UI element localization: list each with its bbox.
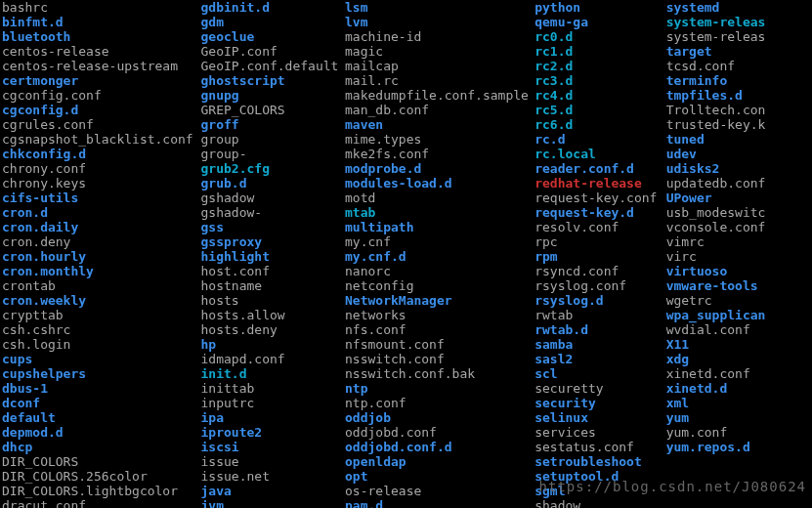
file-entry: nanorc xyxy=(345,264,534,278)
file-entry: hosts xyxy=(201,293,346,308)
file-entry: jvm xyxy=(201,498,346,508)
file-entry: rc.local xyxy=(534,147,665,161)
file-entry: netconfig xyxy=(345,278,534,293)
file-entry: opt xyxy=(345,469,534,484)
file-entry: updatedb.conf xyxy=(666,176,812,190)
file-entry: python xyxy=(534,0,665,15)
file-entry: GREP_COLORS xyxy=(201,103,346,117)
file-entry: DIR_COLORS.256color xyxy=(2,469,201,484)
file-entry: nfsmount.conf xyxy=(345,337,534,352)
file-entry: cgrules.conf xyxy=(2,117,201,132)
file-entry: scl xyxy=(534,366,665,381)
file-entry: X11 xyxy=(666,337,812,352)
file-entry: ntp.conf xyxy=(345,396,534,410)
file-entry: nfs.conf xyxy=(345,322,534,337)
column-1: gdbinit.dgdmgeoclueGeoIP.confGeoIP.conf.… xyxy=(201,0,346,508)
file-entry: group- xyxy=(201,147,346,161)
file-entry: modprobe.d xyxy=(345,161,534,176)
file-entry: sestatus.conf xyxy=(534,440,665,454)
file-entry: security xyxy=(534,396,665,410)
file-entry: issue.net xyxy=(201,469,346,484)
file-entry: virtuoso xyxy=(666,264,812,278)
file-entry: dhcp xyxy=(2,440,201,454)
file-entry: system-releas xyxy=(666,29,812,44)
file-entry: vimrc xyxy=(666,234,812,249)
file-entry: magic xyxy=(345,44,534,59)
file-entry: ntp xyxy=(345,381,534,396)
file-entry: rc4.d xyxy=(534,88,665,103)
file-entry: mtab xyxy=(345,205,534,220)
file-entry: lsm xyxy=(345,0,534,15)
ls-output: bashrcbinfmt.dbluetoothcentos-releasecen… xyxy=(0,0,812,508)
file-entry: hostname xyxy=(201,278,346,293)
file-entry: xinetd.d xyxy=(666,381,812,396)
file-entry: rc2.d xyxy=(534,59,665,73)
file-entry: resolv.conf xyxy=(534,220,665,234)
file-entry: my.cnf xyxy=(345,234,534,249)
file-entry: rsyslog.d xyxy=(534,293,665,308)
watermark-text: https://blog.csdn.net/J080624 xyxy=(539,480,806,494)
file-entry: udev xyxy=(666,147,812,161)
file-entry: highlight xyxy=(201,249,346,264)
file-entry: NetworkManager xyxy=(345,293,534,308)
file-entry: hosts.allow xyxy=(201,308,346,322)
file-entry: virc xyxy=(666,249,812,264)
file-entry: issue xyxy=(201,454,346,469)
file-entry: Trolltech.con xyxy=(666,103,812,117)
file-entry: xinetd.conf xyxy=(666,366,812,381)
file-entry: iproute2 xyxy=(201,425,346,440)
file-entry: cron.d xyxy=(2,205,201,220)
file-entry: rpm xyxy=(534,249,665,264)
file-entry: rpc xyxy=(534,234,665,249)
file-entry: oddjob xyxy=(345,410,534,425)
file-entry: cron.deny xyxy=(2,234,201,249)
file-entry: rsyncd.conf xyxy=(534,264,665,278)
file-entry: trusted-key.k xyxy=(666,117,812,132)
file-entry: csh.login xyxy=(2,337,201,352)
file-entry: pam.d xyxy=(345,498,534,508)
file-entry: rc6.d xyxy=(534,117,665,132)
file-entry: depmod.d xyxy=(2,425,201,440)
file-entry: groff xyxy=(201,117,346,132)
file-entry: cron.daily xyxy=(2,220,201,234)
file-entry: mailcap xyxy=(345,59,534,73)
file-entry: hp xyxy=(201,337,346,352)
file-entry: rwtab.d xyxy=(534,322,665,337)
file-entry: chrony.keys xyxy=(2,176,201,190)
column-3: pythonqemu-garc0.drc1.drc2.drc3.drc4.drc… xyxy=(534,0,665,508)
file-entry: UPower xyxy=(666,190,812,205)
file-entry: oddjobd.conf.d xyxy=(345,440,534,454)
file-entry: cron.monthly xyxy=(2,264,201,278)
file-entry: certmonger xyxy=(2,73,201,88)
file-entry: sasl2 xyxy=(534,352,665,366)
file-entry: gdm xyxy=(201,15,346,29)
file-entry: inputrc xyxy=(201,396,346,410)
file-entry: ghostscript xyxy=(201,73,346,88)
file-entry: init.d xyxy=(201,366,346,381)
file-entry: centos-release-upstream xyxy=(2,59,201,73)
file-entry: grub2.cfg xyxy=(201,161,346,176)
file-entry: mail.rc xyxy=(345,73,534,88)
file-entry: geoclue xyxy=(201,29,346,44)
file-entry: cgconfig.d xyxy=(2,103,201,117)
file-entry: system-releas xyxy=(666,15,812,29)
column-0: bashrcbinfmt.dbluetoothcentos-releasecen… xyxy=(2,0,201,508)
file-entry: rc5.d xyxy=(534,103,665,117)
file-entry: tuned xyxy=(666,132,812,147)
file-entry: target xyxy=(666,44,812,59)
file-entry: cron.hourly xyxy=(2,249,201,264)
file-entry: GeoIP.conf.default xyxy=(201,59,346,73)
file-entry: cron.weekly xyxy=(2,293,201,308)
file-entry: yum.repos.d xyxy=(666,440,812,454)
file-entry: xdg xyxy=(666,352,812,366)
file-entry: default xyxy=(2,410,201,425)
file-entry: setroubleshoot xyxy=(534,454,665,469)
file-entry: cups xyxy=(2,352,201,366)
file-entry: DIR_COLORS.lightbgcolor xyxy=(2,484,201,498)
file-entry: wvdial.conf xyxy=(666,322,812,337)
file-entry: my.cnf.d xyxy=(345,249,534,264)
file-entry: gshadow- xyxy=(201,205,346,220)
file-entry: oddjobd.conf xyxy=(345,425,534,440)
file-entry: mime.types xyxy=(345,132,534,147)
file-entry: gshadow xyxy=(201,190,346,205)
